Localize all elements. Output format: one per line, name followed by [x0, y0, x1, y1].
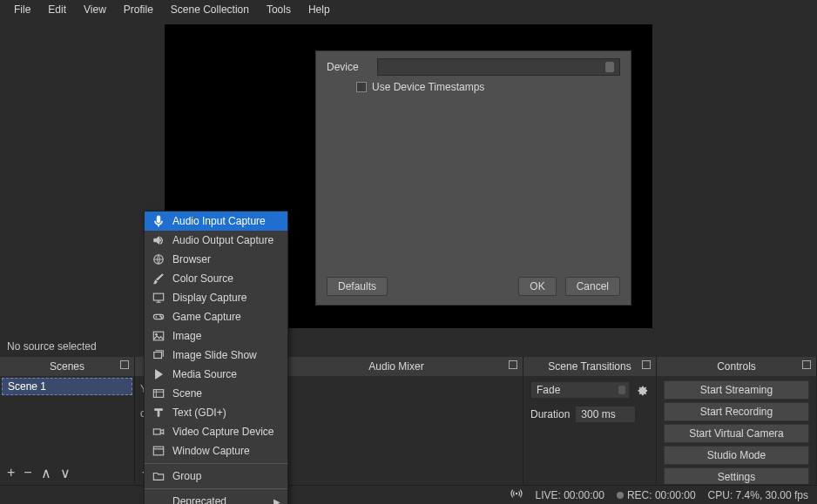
menu-edit[interactable]: Edit [39, 1, 75, 18]
menu-help[interactable]: Help [300, 1, 339, 18]
svg-rect-9 [153, 390, 163, 398]
text-icon [152, 406, 165, 420]
svg-point-4 [159, 316, 160, 317]
scene-icon [152, 386, 165, 400]
status-cpu: CPU: 7.4%, 30.00 fps [708, 489, 808, 501]
ctx-item[interactable]: Video Capture Device [145, 422, 287, 441]
use-timestamps-checkbox[interactable] [356, 82, 367, 92]
properties-dialog: Device Use Device Timestamps Defaults OK… [315, 50, 631, 306]
brush-icon [152, 272, 165, 286]
device-label: Device [327, 61, 370, 73]
defaults-button[interactable]: Defaults [327, 277, 388, 296]
ctx-item-label: Audio Input Capture [172, 215, 266, 227]
ctx-item-label: Browser [172, 253, 211, 265]
popout-icon[interactable] [509, 360, 517, 369]
chevron-right-icon: ▶ [273, 497, 280, 505]
menubar: File Edit View Profile Scene Collection … [0, 0, 817, 18]
ctx-item[interactable]: Browser [145, 250, 287, 269]
device-select[interactable] [377, 58, 620, 76]
svg-rect-6 [153, 332, 163, 340]
menu-view[interactable]: View [75, 1, 115, 18]
ctx-item[interactable]: Game Capture [145, 307, 287, 326]
ok-button[interactable]: OK [518, 277, 556, 296]
menu-file[interactable]: File [5, 1, 39, 18]
popout-icon[interactable] [802, 360, 811, 369]
slideshow-icon [152, 348, 165, 362]
ctx-item[interactable]: Image [145, 326, 287, 346]
add-scene-button[interactable]: + [7, 465, 15, 480]
studio-mode-button[interactable]: Studio Mode [664, 446, 809, 465]
ctx-item-label: Deprecated [172, 495, 226, 504]
ctx-item[interactable]: Text (GDI+) [145, 403, 287, 422]
menu-tools[interactable]: Tools [258, 1, 300, 18]
mic-icon [152, 214, 165, 228]
menu-profile[interactable]: Profile [115, 1, 162, 18]
play-icon [152, 367, 165, 381]
rec-dot-icon [617, 492, 624, 499]
ctx-item-label: Game Capture [172, 311, 241, 323]
svg-point-7 [155, 333, 157, 335]
ctx-item-label: Group [172, 470, 201, 482]
ctx-item-label: Audio Output Capture [172, 234, 273, 246]
remove-scene-button[interactable]: − [24, 465, 31, 480]
transitions-dock: Scene Transitions Fade Duration 300 ms [523, 357, 657, 484]
controls-title: Controls [717, 360, 756, 373]
ctx-item-label: Video Capture Device [172, 426, 274, 438]
ctx-item[interactable]: Display Capture [145, 288, 287, 307]
svg-rect-8 [154, 353, 162, 359]
ctx-item-label: Image Slide Show [172, 349, 257, 361]
speaker-icon [152, 233, 165, 247]
ctx-item-deprecated[interactable]: Deprecated▶ [145, 492, 287, 504]
ctx-item[interactable]: Audio Output Capture [145, 231, 287, 250]
source-info-strip: No source selected [0, 338, 817, 357]
ctx-item-label: Text (GDI+) [172, 407, 226, 419]
scene-item[interactable]: Scene 1 [2, 378, 132, 395]
gear-icon[interactable] [635, 383, 649, 397]
ctx-item[interactable]: Window Capture [145, 441, 287, 460]
gamepad-icon [152, 310, 165, 324]
start-recording-button[interactable]: Start Recording [664, 402, 809, 421]
ctx-item[interactable]: Scene [145, 384, 287, 403]
svg-rect-2 [153, 293, 163, 300]
start-streaming-button[interactable]: Start Streaming [664, 380, 809, 400]
duration-label: Duration [530, 408, 570, 420]
svg-point-0 [516, 493, 518, 495]
folder-icon [152, 469, 165, 483]
globe-icon [152, 252, 165, 266]
ctx-item-label: Display Capture [172, 292, 246, 304]
broadcast-icon [510, 488, 523, 501]
svg-point-5 [161, 317, 162, 318]
statusbar: LIVE: 00:00:00 REC: 00:00:00 CPU: 7.4%, … [0, 485, 817, 504]
controls-dock: Controls Start Streaming Start Recording… [657, 357, 817, 484]
menu-scene-collection[interactable]: Scene Collection [162, 1, 258, 18]
camera-icon [152, 425, 165, 439]
cancel-button[interactable]: Cancel [565, 277, 620, 296]
move-scene-up-button[interactable]: ∧ [41, 465, 51, 481]
ctx-item-group[interactable]: Group [145, 467, 287, 486]
window-icon [152, 444, 165, 458]
settings-button[interactable]: Settings [664, 467, 809, 484]
ctx-item-label: Color Source [172, 272, 233, 285]
transition-select[interactable]: Fade [530, 381, 630, 399]
ctx-item-label: Image [172, 330, 201, 342]
svg-rect-11 [153, 447, 163, 455]
ctx-item[interactable]: Image Slide Show [145, 346, 287, 365]
ctx-item-label: Window Capture [172, 445, 250, 457]
transitions-title: Scene Transitions [548, 360, 631, 373]
status-rec: REC: 00:00:00 [627, 489, 696, 501]
popout-icon[interactable] [120, 360, 129, 369]
svg-rect-10 [153, 429, 160, 434]
scenes-title: Scenes [50, 360, 84, 373]
move-scene-down-button[interactable]: ∨ [60, 465, 71, 481]
scenes-dock: Scenes Scene 1 + − ∧ ∨ [0, 357, 135, 484]
ctx-item[interactable]: Media Source [145, 365, 287, 384]
start-virtual-camera-button[interactable]: Start Virtual Camera [664, 424, 809, 443]
duration-input[interactable]: 300 ms [575, 406, 636, 423]
scenes-toolbar: + − ∧ ∨ [0, 461, 134, 484]
ctx-item[interactable]: Color Source [145, 269, 287, 288]
ctx-item[interactable]: Audio Input Capture [145, 212, 287, 231]
audio-mixer-dock: Audio Mixer [270, 357, 523, 484]
ctx-item-label: Media Source [172, 368, 237, 380]
add-source-menu: Audio Input CaptureAudio Output CaptureB… [144, 211, 288, 504]
popout-icon[interactable] [642, 360, 651, 369]
